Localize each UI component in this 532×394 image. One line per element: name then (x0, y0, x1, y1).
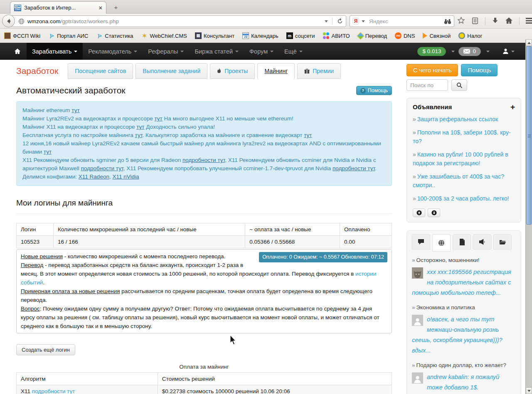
tab-mining[interactable]: Майнинг (257, 63, 295, 79)
translate-icon (357, 32, 364, 39)
getting-started-button[interactable]: С чего начать (406, 64, 458, 76)
bookmark-star-icon[interactable] (457, 17, 465, 26)
nav-eshche[interactable]: Ещё (279, 43, 308, 60)
feed-tab-comments[interactable] (412, 234, 430, 250)
add-announcement-button[interactable]: + (510, 104, 515, 110)
feed-message[interactable]: andrew kabalin: я пожалуй тоже добавлю 1… (412, 372, 516, 393)
info-link-x11-nvidia[interactable]: X11 nVidia (112, 174, 139, 180)
user-menu[interactable] (502, 48, 515, 54)
feed-tab-news[interactable] (473, 234, 491, 250)
tab-site-visits[interactable]: Посещение сайтов (68, 63, 133, 79)
info-link-tut[interactable]: тут (304, 132, 312, 138)
feed-tab-global[interactable] (432, 234, 451, 252)
tab-premii[interactable]: Премии (297, 63, 341, 79)
bookmark-nalog[interactable]: Налог (458, 32, 482, 39)
envelope-icon (463, 49, 470, 54)
home-icon[interactable] (505, 17, 513, 25)
info-link-tut[interactable]: тут (135, 132, 143, 138)
messages-pill[interactable]: 0 (458, 47, 481, 56)
note-line: Перевод - перевод заработанных средств н… (21, 261, 387, 287)
balance-pill[interactable]: $ 0.013 (417, 47, 446, 56)
user-dropdown-icon[interactable] (511, 51, 515, 52)
feed-message[interactable]: xxx xxx:1695566 регистрация на подозрите… (412, 267, 516, 298)
info-link-tut[interactable]: тут (136, 124, 144, 130)
reload-icon[interactable] (337, 18, 343, 24)
nav-referaly[interactable]: Рефералы (143, 43, 189, 60)
page-scrollbar[interactable] (525, 39, 532, 394)
bookmark-statistika[interactable]: }>Статистика (96, 32, 133, 39)
info-link-tut[interactable]: тут (44, 149, 52, 155)
announcements-prev-button[interactable] (413, 208, 425, 217)
bookmark-kalendar[interactable]: 23Календарь (242, 32, 278, 39)
sidebar-search-button[interactable] (451, 79, 467, 91)
section-my-logins: Мои логины для майнинга (16, 198, 392, 214)
brand-zarabotok[interactable]: Заработок (16, 66, 58, 79)
announcement-link[interactable]: »Пополни на 10$, забери 100$. кру-то? (413, 128, 515, 146)
urlbar-dropdown-icon[interactable] (325, 20, 328, 22)
feed-tab-archive[interactable] (493, 234, 512, 250)
bookmark-dns[interactable]: DNSDNS (395, 32, 415, 39)
nav-reklamodatel[interactable]: Рекламодатель (83, 43, 143, 60)
info-link-x11-radeon[interactable]: X11 Radeon (79, 174, 109, 180)
messages-dropdown-icon[interactable] (486, 51, 490, 52)
bookmark-avito[interactable]: АВИТО (323, 32, 350, 39)
binoculars-icon[interactable] (444, 18, 451, 24)
scrollbar-thumb[interactable] (526, 46, 532, 225)
nav-forum[interactable]: Форум (244, 43, 279, 60)
announcement-link[interactable]: »Казино на рубли! 10 000 рублей в подаро… (413, 150, 515, 168)
yandex-icon[interactable]: Я (352, 18, 359, 24)
tab-projects[interactable]: Проекты (210, 63, 255, 79)
help-badge-button[interactable]: ? Помощь (356, 86, 392, 95)
browser-tab[interactable]: ШМ ZONA Заработок в Интер... × (10, 1, 106, 14)
feed-message[interactable]: о!васек, а чего ты тут межнаци-ональную … (412, 314, 516, 356)
info-link-tut[interactable]: тут (71, 107, 79, 113)
announcement-link[interactable]: »Защита реферальных ссылок (413, 115, 515, 124)
bookmark-perevod[interactable]: Перевод (358, 33, 387, 39)
nav-zarabatyvat[interactable]: Зарабатывать (27, 43, 83, 60)
up-arrow-icon (416, 210, 422, 215)
notes-box: Оплачено: 0 Ожидаем: ~ 0.5567 Обновлено:… (16, 249, 392, 333)
details-link[interactable]: подробности тут (32, 388, 75, 394)
info-link-tut[interactable]: тут (155, 115, 163, 122)
globe-tab-icon (438, 240, 445, 246)
info-link-details[interactable]: подробности тут (81, 165, 123, 171)
avatar (412, 315, 423, 326)
sidebar-help-button[interactable]: Помощь (461, 64, 498, 76)
search-engine-dropdown-icon[interactable] (362, 20, 365, 22)
tab-tasks[interactable]: Выполнение заданий (135, 63, 207, 79)
announcement-link[interactable]: »100-200$ за 2 часа работы. легко! (413, 194, 515, 203)
nav-birzha-statey[interactable]: Биржа статей (189, 43, 244, 60)
cell-cost: $0.22738 стоимость 100000 решений 10.06 … (158, 385, 392, 394)
bookmark-socseti[interactable]: mсоцсети (286, 32, 315, 39)
menu-hamburger-icon[interactable] (526, 18, 532, 25)
col-paid: Оплачено (340, 223, 392, 236)
browser-toolbar: wmzona.com/gptr/avtoz/workers.php Я Янде… (0, 14, 532, 29)
announcements-panel: Объявления + »Защита реферальных ссылок … (406, 98, 521, 223)
announcements-next-button[interactable] (428, 208, 440, 217)
feed-panel: »Осторожно, мошенники! xxx xxx:1695566 р… (406, 230, 521, 394)
feed-tab-articles[interactable] (453, 234, 471, 250)
back-button[interactable] (2, 15, 15, 27)
tab-close-icon[interactable]: × (99, 5, 102, 11)
site-home-icon[interactable] (14, 48, 21, 54)
bookmark-webchief[interactable]: ✶WebChief.CMS (141, 32, 187, 39)
bookmark-svyaznoy[interactable]: Связной (423, 33, 451, 39)
bookmarks-list-icon[interactable] (471, 17, 479, 26)
bookmark-fssp-wiki[interactable]: ФССП Wiki (4, 32, 40, 39)
create-login-button[interactable]: Создать ещё логин (16, 344, 75, 355)
new-tab-button[interactable]: + (111, 3, 121, 12)
info-link-details[interactable]: подробности тут (332, 165, 375, 171)
balance-dropdown-icon[interactable] (451, 51, 455, 52)
bookmark-portal-ais[interactable]: }>Портал АИС (48, 32, 88, 39)
announcement-link[interactable]: »Уже зашибаешь от 400$ за час? смотри.. (413, 172, 515, 190)
comment-icon (418, 239, 424, 245)
bookmark-konsultant[interactable]: Консультант (195, 32, 234, 39)
scroll-up-button[interactable] (526, 39, 532, 46)
scroll-down-button[interactable] (526, 387, 532, 394)
search-bar[interactable]: Я Яндекс (350, 15, 454, 27)
sidebar-search-input[interactable] (406, 79, 448, 91)
info-link-details[interactable]: подробности тут (182, 157, 225, 163)
downloads-icon[interactable] (492, 17, 499, 25)
url-bar[interactable]: wmzona.com/gptr/avtoz/workers.php (11, 15, 346, 27)
avatar (412, 372, 423, 384)
